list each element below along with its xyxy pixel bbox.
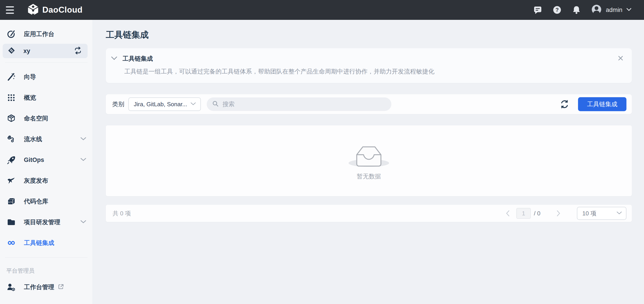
sidebar-section-label: 平台管理员 xyxy=(0,262,92,277)
avatar xyxy=(591,4,602,16)
chevron-down-icon xyxy=(616,211,622,216)
sidebar-item-label: 代码仓库 xyxy=(24,197,48,205)
chevron-down-icon[interactable] xyxy=(80,158,86,162)
compose-icon xyxy=(7,30,16,39)
sidebar-item-wizard[interactable]: 向导 xyxy=(0,67,92,87)
wand-icon xyxy=(7,72,16,81)
sidebar-item-label: 向导 xyxy=(24,73,36,81)
page-size-select[interactable]: 10 项 xyxy=(577,207,626,220)
svg-text:?: ? xyxy=(556,7,559,13)
notification-bell-icon[interactable] xyxy=(572,6,581,15)
sidebar-item-label: 工作台管理 xyxy=(24,283,54,291)
sidebar-item-code-repo[interactable]: </> 代码仓库 xyxy=(0,191,92,212)
sidebar-item-label: 概览 xyxy=(24,94,36,102)
sidebar-item-overview[interactable]: 概览 xyxy=(0,87,92,108)
workspace-gem-icon xyxy=(7,46,16,56)
sidebar-item-toolchain[interactable]: 工具链集成 xyxy=(0,233,92,253)
info-banner: 工具链集成 工具链是一组工具，可以通过完备的工具链体系，帮助团队在整个产品生命周… xyxy=(106,48,632,83)
cube-icon xyxy=(7,114,16,123)
sidebar-item-label: 灰度发布 xyxy=(24,177,48,185)
sidebar-item-gray-release[interactable]: 灰度发布 xyxy=(0,170,92,191)
main-content: 工具链集成 工具链集成 工具链是一组工具，可以通过完备的工具链体系，帮助团队在整… xyxy=(93,20,644,304)
banner-description: 工具链是一组工具，可以通过完备的工具链体系，帮助团队在整个产品生命周期中进行协作… xyxy=(124,68,612,75)
pipeline-icon xyxy=(7,135,16,144)
daocloud-logo-icon xyxy=(27,4,39,17)
category-label: 类别 xyxy=(112,100,124,108)
sidebar-item-gitops[interactable]: GitOps xyxy=(0,149,92,170)
refresh-icon[interactable] xyxy=(559,99,570,110)
infinity-icon xyxy=(7,238,16,247)
next-page-icon[interactable] xyxy=(554,209,563,218)
switch-workspace-icon[interactable] xyxy=(74,46,82,56)
user-cube-icon xyxy=(7,282,16,291)
external-link-icon xyxy=(58,283,64,291)
empty-box-icon xyxy=(351,141,387,168)
sidebar-item-project-management[interactable]: 项目研发管理 xyxy=(0,212,92,233)
sidebar-item-pipeline[interactable]: 流水线 xyxy=(0,129,92,149)
bird-icon xyxy=(7,176,16,185)
sidebar-item-namespace[interactable]: 命名空间 xyxy=(0,108,92,129)
sidebar-item-label: 流水线 xyxy=(24,135,42,143)
brand[interactable]: DaoCloud xyxy=(27,4,83,17)
search-box[interactable] xyxy=(207,97,391,111)
sidebar-item-label: 应用工作台 xyxy=(24,30,54,38)
grid-icon xyxy=(7,93,16,102)
page-number-input[interactable] xyxy=(516,208,531,219)
sidebar-item-app-workbench[interactable]: 应用工作台 xyxy=(0,26,92,42)
user-chevron-down-icon xyxy=(626,8,632,12)
previous-page-icon[interactable] xyxy=(503,209,512,218)
chevron-down-icon xyxy=(190,102,196,106)
sidebar-item-label: 命名空间 xyxy=(24,114,48,122)
brand-name: DaoCloud xyxy=(42,5,83,15)
collapse-chevron-icon[interactable] xyxy=(111,56,118,61)
svg-text:</>: </> xyxy=(8,201,12,204)
user-menu[interactable]: admin xyxy=(591,4,632,16)
help-icon[interactable]: ? xyxy=(552,6,562,15)
chat-icon[interactable] xyxy=(533,6,542,15)
empty-state-text: 暂无数据 xyxy=(357,172,381,180)
code-repo-icon: </> xyxy=(7,197,16,206)
search-input[interactable] xyxy=(222,101,386,108)
sidebar-item-label: 项目研发管理 xyxy=(24,218,60,226)
sidebar-item-label: GitOps xyxy=(24,157,44,164)
page-size-value: 10 项 xyxy=(582,210,596,217)
topbar: DaoCloud ? xyxy=(0,0,644,20)
page-total-text: / 0 xyxy=(534,210,540,217)
close-icon[interactable] xyxy=(616,54,625,62)
rocket-icon xyxy=(7,156,16,165)
chevron-down-icon[interactable] xyxy=(80,137,86,142)
pagination-bar: 共 0 项 / 0 10 项 xyxy=(106,205,632,222)
workspace-name: xy xyxy=(24,48,30,55)
category-select-value: Jira, GitLab, Sonar... xyxy=(134,101,187,108)
username: admin xyxy=(606,7,622,14)
filter-bar: 类别 Jira, GitLab, Sonar... xyxy=(106,94,632,114)
sidebar-item-workbench-admin[interactable]: 工作台管理 xyxy=(0,277,92,297)
chevron-down-icon[interactable] xyxy=(80,220,86,225)
page-title: 工具链集成 xyxy=(106,30,632,40)
search-icon xyxy=(212,100,219,108)
toolchain-integration-button[interactable]: 工具链集成 xyxy=(578,97,626,111)
empty-state: 暂无数据 xyxy=(106,125,632,196)
banner-title: 工具链集成 xyxy=(122,55,153,63)
sidebar: 应用工作台 xy xyxy=(0,20,93,304)
sidebar-item-label: 工具链集成 xyxy=(24,239,54,247)
workspace-switcher[interactable]: xy xyxy=(3,44,88,58)
category-select[interactable]: Jira, GitLab, Sonar... xyxy=(128,97,201,111)
hamburger-menu-icon[interactable] xyxy=(6,6,16,15)
total-items-text: 共 0 项 xyxy=(112,210,131,217)
folder-icon xyxy=(7,218,16,227)
